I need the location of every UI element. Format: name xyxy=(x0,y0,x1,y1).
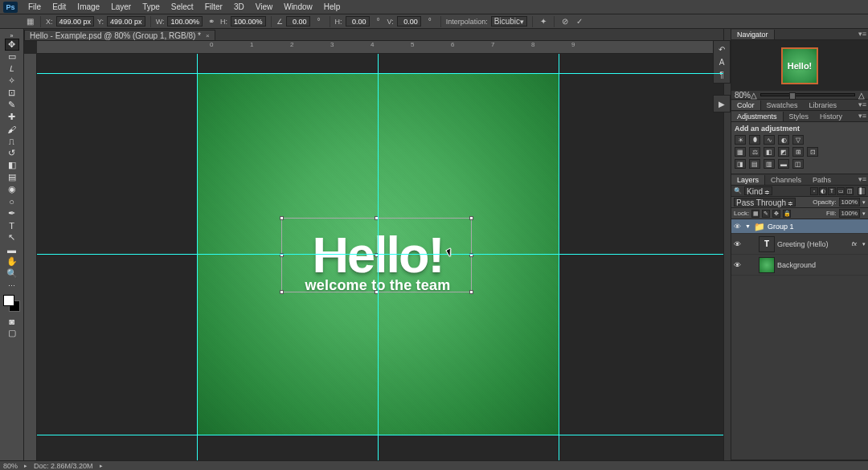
pen-tool[interactable]: ✒ xyxy=(5,207,19,219)
lock-all-icon[interactable]: 🔒 xyxy=(783,210,791,218)
fx-badge[interactable]: fx xyxy=(852,240,860,247)
status-arrow-icon[interactable]: ▸ xyxy=(24,463,27,469)
tab-libraries[interactable]: Libraries xyxy=(804,100,843,110)
lock-trans-icon[interactable]: ▦ xyxy=(751,210,760,218)
opacity-input[interactable]: 100% xyxy=(839,198,860,206)
shape-tool[interactable]: ▬ xyxy=(5,243,19,255)
guide-horizontal[interactable] xyxy=(37,73,723,74)
navigator-body[interactable]: Hello! xyxy=(731,40,868,91)
tab-adjustments[interactable]: Adjustments xyxy=(731,112,784,121)
zoom-out-icon[interactable]: △ xyxy=(751,91,757,100)
navigator-zoom[interactable]: 80% xyxy=(735,91,751,100)
layer-background[interactable]: 👁 Background xyxy=(731,255,868,276)
status-zoom[interactable]: 80% xyxy=(3,462,18,470)
status-menu-icon[interactable]: ▸ xyxy=(100,463,103,469)
y-input[interactable]: 499.00 px xyxy=(107,16,145,27)
transform-anchor-icon[interactable]: ▦ xyxy=(24,16,35,27)
panel-menu-icon[interactable]: ▾≡ xyxy=(858,30,866,38)
history-brush-tool[interactable]: ↺ xyxy=(5,147,19,159)
filter-shape-icon[interactable]: ▭ xyxy=(837,187,845,195)
filter-kind-dropdown[interactable]: Kind ≑ xyxy=(744,186,772,195)
crop-tool[interactable]: ⊡ xyxy=(5,87,19,99)
tab-swatches[interactable]: Swatches xyxy=(761,100,804,110)
menu-window[interactable]: Window xyxy=(278,1,318,13)
quickmask-icon[interactable]: ◙ xyxy=(5,315,19,327)
tab-history[interactable]: History xyxy=(814,112,848,121)
menu-type[interactable]: Type xyxy=(137,1,166,13)
eyedropper-tool[interactable]: ✎ xyxy=(5,99,19,111)
healing-tool[interactable]: ✚ xyxy=(5,111,19,123)
colorbalance-icon[interactable]: ⚖ xyxy=(749,147,760,157)
bw-icon[interactable]: ◧ xyxy=(764,147,775,157)
status-doc-size[interactable]: Doc: 2.86M/3.20M xyxy=(34,462,93,470)
screenmode-icon[interactable]: ▢ xyxy=(5,327,19,339)
path-tool[interactable]: ↖ xyxy=(5,231,19,243)
eraser-tool[interactable]: ◧ xyxy=(5,159,19,171)
filter-pixel-icon[interactable]: ▫ xyxy=(810,187,818,195)
lock-pixel-icon[interactable]: ✎ xyxy=(762,210,770,218)
tab-channels[interactable]: Channels xyxy=(765,175,807,185)
w-input[interactable]: 100.00% xyxy=(167,16,203,27)
tab-styles[interactable]: Styles xyxy=(784,112,815,121)
filter-toggle[interactable]: ▌ xyxy=(858,187,866,195)
menu-filter[interactable]: Filter xyxy=(199,1,228,13)
photofilter-icon[interactable]: ◩ xyxy=(778,147,789,157)
invert-icon[interactable]: ◨ xyxy=(735,159,746,169)
filter-icon[interactable]: 🔍 xyxy=(734,187,742,194)
marquee-tool[interactable]: ▭ xyxy=(5,51,19,63)
visibility-icon[interactable]: 👁 xyxy=(734,261,743,269)
blur-tool[interactable]: ◉ xyxy=(5,183,19,195)
tab-paths[interactable]: Paths xyxy=(807,175,837,185)
layer-name[interactable]: Background xyxy=(777,261,816,269)
menu-file[interactable]: File xyxy=(23,1,47,13)
panel-menu-icon[interactable]: ▾≡ xyxy=(858,100,866,108)
visibility-icon[interactable]: 👁 xyxy=(734,240,743,248)
ruler-vertical[interactable] xyxy=(24,54,37,460)
layer-name[interactable]: Group 1 xyxy=(768,223,794,231)
visibility-icon[interactable]: 👁 xyxy=(734,223,743,231)
filter-type-icon[interactable]: T xyxy=(828,187,836,195)
brush-tool[interactable]: 🖌 xyxy=(5,123,19,135)
hue-icon[interactable]: ▦ xyxy=(735,147,746,157)
gradientmap-icon[interactable]: ▬ xyxy=(778,159,789,169)
lasso-tool[interactable]: 𝘓 xyxy=(5,63,19,75)
close-tab-icon[interactable]: × xyxy=(206,32,210,39)
menu-select[interactable]: Select xyxy=(166,1,199,13)
transform-bounding-box[interactable] xyxy=(281,218,472,292)
actions-mini-icon[interactable]: ▶ xyxy=(715,97,728,110)
cancel-transform-icon[interactable]: ⊘ xyxy=(559,16,571,27)
lock-pos-icon[interactable]: ✥ xyxy=(772,210,780,218)
navigator-thumbnail[interactable]: Hello! xyxy=(781,47,818,84)
fx-expand-icon[interactable]: ▾ xyxy=(862,241,868,247)
posterize-icon[interactable]: ▤ xyxy=(749,159,760,169)
dodge-tool[interactable]: ○ xyxy=(5,195,19,207)
vibrance-icon[interactable]: ▽ xyxy=(792,135,804,145)
gradient-tool[interactable]: ▤ xyxy=(5,171,19,183)
brightness-icon[interactable]: ☀ xyxy=(735,135,746,145)
guide-vertical[interactable] xyxy=(197,54,198,460)
blend-mode-dropdown[interactable]: Pass Through ≑ xyxy=(734,198,796,206)
angle-input[interactable]: 0.00 xyxy=(286,16,310,27)
colorlookup-icon[interactable]: ⊡ xyxy=(807,147,818,157)
menu-3d[interactable]: 3D xyxy=(228,1,250,13)
layer-text[interactable]: 👁 T Greeting (Hello) fx ▾ xyxy=(731,234,868,255)
interpolation-dropdown[interactable]: Bicubic ▾ xyxy=(491,16,527,27)
levels-icon[interactable]: ⬮ xyxy=(749,135,760,145)
character-mini-icon[interactable]: A xyxy=(715,55,728,68)
foreground-color[interactable] xyxy=(3,295,14,306)
skewh-input[interactable]: 0.00 xyxy=(346,16,370,27)
menu-image[interactable]: Image xyxy=(72,1,105,13)
layer-group[interactable]: 👁 ▼ 📁 Group 1 xyxy=(731,219,868,234)
selective-icon[interactable]: ◫ xyxy=(792,159,804,169)
history-mini-icon[interactable]: ↶ xyxy=(715,43,728,55)
menu-view[interactable]: View xyxy=(250,1,279,13)
ruler-horizontal[interactable]: 0 1 2 3 4 5 6 7 8 9 xyxy=(37,41,723,54)
tab-color[interactable]: Color xyxy=(731,100,761,110)
panel-menu-icon[interactable]: ▾≡ xyxy=(858,175,866,183)
panel-menu-icon[interactable]: ▾≡ xyxy=(858,112,866,120)
layer-name[interactable]: Greeting (Hello) xyxy=(777,240,829,248)
link-icon[interactable]: ⚭ xyxy=(206,16,217,27)
threshold-icon[interactable]: ▥ xyxy=(764,159,775,169)
h-input[interactable]: 100.00% xyxy=(231,16,266,27)
fill-input[interactable]: 100% xyxy=(839,209,860,218)
